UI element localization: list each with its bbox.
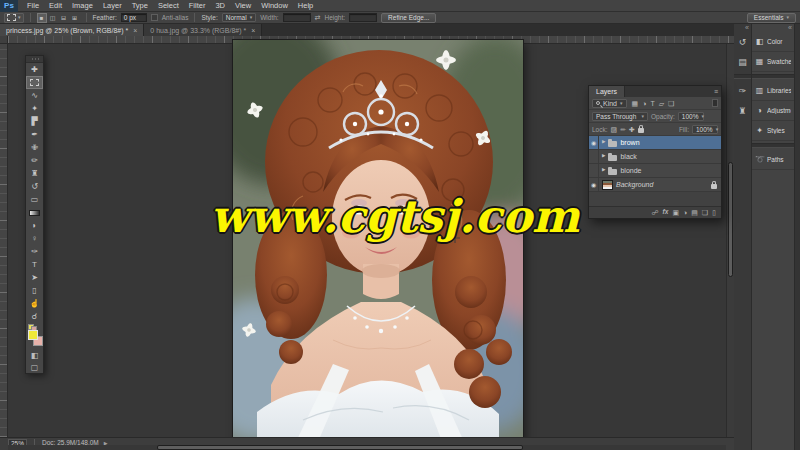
horizontal-scrollbar-thumb[interactable] [157, 445, 523, 450]
swap-dimensions-icon[interactable]: ⇄ [315, 14, 321, 22]
brush-presets-icon[interactable]: ✑ [734, 81, 751, 101]
menu-window[interactable]: Window [256, 0, 293, 12]
layer-row-background[interactable]: ◉Background [589, 178, 721, 192]
clone-source-icon[interactable]: ♜ [734, 101, 751, 121]
vertical-scrollbar[interactable] [726, 44, 734, 437]
menu-help[interactable]: Help [293, 0, 318, 12]
document-tab-1[interactable]: princess.jpg @ 25% (Brown, RGB/8#) *× [0, 24, 144, 36]
eraser-tool-button[interactable]: ▭ [26, 193, 43, 206]
menu-edit[interactable]: Edit [44, 0, 67, 12]
anti-alias-checkbox[interactable] [151, 14, 158, 21]
history-brush-tool-button[interactable]: ↺ [26, 180, 43, 193]
subtract-selection-button[interactable]: ⊟ [59, 13, 69, 23]
collapse-panels-icon[interactable]: « [752, 24, 794, 32]
visibility-empty[interactable] [589, 150, 599, 163]
type-tool-button[interactable]: T [26, 258, 43, 271]
workspace-switcher[interactable]: Essentials ▾ [747, 13, 796, 23]
collapse-panels-icon[interactable]: « [734, 24, 751, 32]
vertical-scrollbar-thumb[interactable] [728, 162, 733, 277]
lock-position-icon[interactable]: ✚ [629, 126, 635, 133]
new-layer-icon[interactable]: ❏ [702, 209, 708, 216]
lock-pixels-icon[interactable]: ✏ [620, 126, 626, 133]
expand-group-icon[interactable]: ▶ [602, 168, 605, 173]
menu-select[interactable]: Select [153, 0, 184, 12]
menu-type[interactable]: Type [127, 0, 153, 12]
spot-healing-brush-tool-button[interactable]: ✙ [26, 141, 43, 154]
menu-3d[interactable]: 3D [210, 0, 230, 12]
blur-tool-button[interactable]: ◗ [26, 219, 43, 232]
pen-tool-button[interactable]: ✑ [26, 245, 43, 258]
layer-row-brown[interactable]: ◉▶brown [589, 136, 721, 150]
quick-mask-button[interactable]: ◧ [26, 349, 43, 361]
vertical-ruler[interactable] [0, 44, 8, 437]
default-colors-icon[interactable] [28, 324, 36, 329]
new-selection-button[interactable]: ■ [37, 13, 47, 23]
tab-layers[interactable]: Layers [589, 86, 625, 97]
menu-layer[interactable]: Layer [98, 0, 127, 12]
menu-file[interactable]: File [22, 0, 44, 12]
lasso-tool-button[interactable]: ∿ [26, 89, 43, 102]
lock-all-icon[interactable] [638, 125, 644, 133]
blend-mode-select[interactable]: Pass Through ▾ [592, 112, 648, 121]
layer-row-black[interactable]: ▶black [589, 150, 721, 164]
zoom-tool-button[interactable]: ☌ [26, 310, 43, 323]
lock-transparent-icon[interactable]: ▨ [611, 126, 618, 133]
document-tab-2[interactable]: 0 hua.jpg @ 33.3% (RGB/8#) *× [144, 24, 262, 36]
tools-panel-grip[interactable] [26, 56, 43, 63]
path-selection-tool-button[interactable]: ➤ [26, 271, 43, 284]
layer-effects-icon[interactable]: fx [663, 209, 669, 216]
panel-paths[interactable]: ➰Paths [752, 150, 794, 170]
horizontal-scrollbar[interactable] [8, 445, 726, 450]
crop-tool-button[interactable]: ▛ [26, 115, 43, 128]
height-input[interactable] [349, 13, 377, 22]
menu-view[interactable]: View [230, 0, 256, 12]
refine-edge-button[interactable]: Refine Edge... [381, 13, 436, 23]
gradient-tool-button[interactable] [26, 206, 43, 219]
filter-type-icon[interactable]: T [650, 100, 654, 107]
menu-filter[interactable]: Filter [184, 0, 211, 12]
history-icon[interactable]: ↺ [734, 32, 751, 52]
filter-toggle-switch[interactable] [712, 99, 718, 107]
delete-layer-icon[interactable]: ▯ [712, 209, 716, 216]
panel-styles[interactable]: ✦Styles [752, 121, 794, 141]
rectangle-tool-button[interactable]: ▯ [26, 284, 43, 297]
visibility-eye-icon[interactable]: ◉ [589, 178, 599, 191]
foreground-color-swatch[interactable] [28, 330, 38, 340]
menu-image[interactable]: Image [67, 0, 98, 12]
panel-adjustments[interactable]: ◑Adjustments [752, 101, 794, 121]
style-select[interactable]: Normal ▾ [222, 13, 256, 22]
filter-adjustment-icon[interactable]: ◑ [642, 100, 646, 107]
filter-shape-icon[interactable]: ▱ [659, 100, 664, 107]
layer-row-blonde[interactable]: ▶blonde [589, 164, 721, 178]
move-tool-button[interactable]: ✚ [26, 63, 43, 76]
visibility-empty[interactable] [589, 164, 599, 177]
screen-mode-button[interactable]: ▢ [26, 361, 43, 373]
layer-mask-icon[interactable]: ▣ [672, 209, 679, 216]
intersect-selection-button[interactable]: ⊞ [70, 13, 80, 23]
eyedropper-tool-button[interactable]: ✒ [26, 128, 43, 141]
brush-tool-button[interactable]: ✏ [26, 154, 43, 167]
document-image[interactable] [233, 40, 523, 437]
link-layers-icon[interactable]: ☍ [652, 209, 659, 216]
add-selection-button[interactable]: ◫ [48, 13, 58, 23]
rectangular-marquee-tool-button[interactable] [26, 76, 43, 89]
panel-menu-icon[interactable]: ≡ [711, 86, 721, 97]
active-tool-icon[interactable]: ▾ [4, 13, 24, 23]
close-tab-icon[interactable]: × [251, 27, 255, 34]
width-input[interactable] [283, 13, 311, 22]
visibility-eye-icon[interactable]: ◉ [589, 136, 599, 149]
dodge-tool-button[interactable]: ♀ [26, 232, 43, 245]
layer-group-icon[interactable]: ▤ [691, 209, 698, 216]
filter-smart-object-icon[interactable]: ❏ [668, 100, 674, 107]
opacity-select[interactable]: 100% ▾ [678, 112, 704, 121]
fill-select[interactable]: 100% ▾ [692, 125, 718, 134]
expand-group-icon[interactable]: ▶ [602, 140, 605, 145]
panel-color[interactable]: ◧Color [752, 32, 794, 52]
expand-group-icon[interactable]: ▶ [602, 154, 605, 159]
feather-input[interactable]: 0 px [121, 13, 147, 22]
panel-libraries[interactable]: ▥Libraries [752, 81, 794, 101]
adjustment-layer-icon[interactable]: ◑ [683, 209, 687, 216]
properties-icon[interactable]: ▤ [734, 52, 751, 72]
clone-stamp-tool-button[interactable]: ♜ [26, 167, 43, 180]
filter-kind-select[interactable]: Kind ▾ [592, 99, 627, 108]
